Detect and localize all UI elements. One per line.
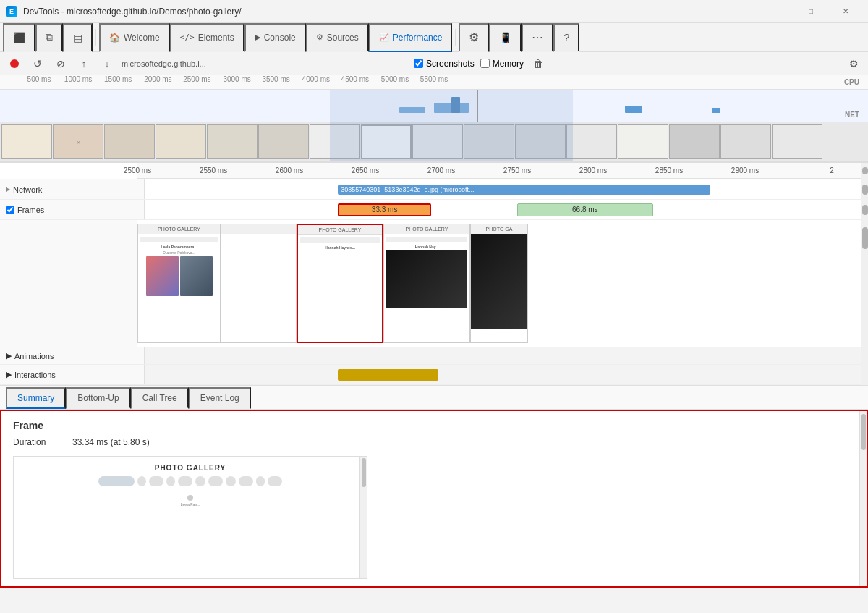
interactions-expand-arrow[interactable]: ▶ [6,370,12,379]
screen-thumb-blank[interactable] [221,224,297,343]
preview-content: PHOTO GALLERY [14,457,367,515]
tab-sources[interactable]: ⚙ Sources [306,23,369,52]
z-label-2750: 2750 ms [503,166,531,174]
strip-thumb-5[interactable] [207,124,258,159]
z-label-end: 2 [830,166,834,174]
network-track-content[interactable]: 30855740301_5133e3942d_o.jpg (microsoft.… [145,179,861,200]
timeline-scrollbar-interactions[interactable] [861,365,868,385]
tab-summary[interactable]: Summary [6,387,66,409]
frames-track-label[interactable]: Frames [0,200,145,219]
ruler-label-5500: 5500 ms [420,75,448,83]
strip-thumb-3[interactable] [104,124,155,159]
frames-checkbox[interactable] [6,206,14,214]
track-labels-col [0,163,137,179]
tab-call-tree[interactable]: Call Tree [131,387,189,409]
network-expand-arrow[interactable]: ▶ [6,186,10,193]
strip-thumb-12[interactable] [566,124,617,159]
bottom-panel-scrollbar[interactable] [859,411,867,586]
z-label-2650: 2650 ms [352,166,379,174]
duration-value: 33.34 ms (at 5.80 s) [72,437,150,447]
timeline-scrollbar-top[interactable] [861,163,868,179]
z-label-2850: 2850 ms [655,166,683,174]
preview-toolbar-item9 [268,476,282,486]
trash-button[interactable]: 🗑 [529,55,547,72]
timeline-scrollbar-anim[interactable] [861,347,868,365]
download-button[interactable]: ↓ [98,55,116,72]
overview-selection[interactable] [330,90,573,122]
strip-thumb-4[interactable] [156,124,206,159]
clear-button[interactable]: ⊘ [52,55,69,72]
main-timeline-container: 2500 ms 2550 ms 2600 ms 2650 ms 2700 ms … [0,163,868,179]
interactions-track-label[interactable]: ▶ Interactions [0,365,145,384]
tab-more-tools[interactable]: ⋯ [522,23,553,52]
interaction-bar-main[interactable] [338,369,438,381]
screenshots-track-content[interactable]: PHOTO GALLERY Leela Panoramacra... Duzem… [137,220,861,347]
ruler-label-4000: 4000 ms [302,75,330,83]
screen-thumb-5[interactable]: PHOTO GA [470,224,528,343]
tab-device-emulation[interactable]: 📱 [489,23,522,52]
upload-button[interactable]: ↑ [75,55,93,72]
frame-screenshot-preview[interactable]: PHOTO GALLERY [13,456,367,579]
tab-console[interactable]: ▶ Console [244,23,306,52]
strip-thumb-13[interactable] [618,124,668,159]
tab-bottom-up[interactable]: Bottom-Up [66,387,130,409]
scrollbar-thumb-frames [862,205,868,215]
zoomed-ruler-row: 2500 ms 2550 ms 2600 ms 2650 ms 2700 ms … [137,163,861,179]
tab-dock[interactable]: ⬛ [3,23,35,52]
frame-bar-selected[interactable]: 33.3 ms [338,203,431,216]
preview-scrollbar[interactable] [359,457,367,578]
close-button[interactable]: ✕ [829,0,862,23]
timeline-scrollbar-network[interactable] [861,179,868,200]
tab-performance[interactable]: 📈 Performance [369,23,453,52]
tab-settings-gear[interactable]: ⚙ [459,23,489,52]
screenshots-track-label [0,220,137,347]
strip-thumb-16[interactable] [772,124,822,159]
scrollbar-thumb-network [862,185,868,195]
bottom-panel-scrollbar-thumb [861,414,866,450]
network-bar-main[interactable]: 30855740301_5133e3942d_o.jpg (microsoft.… [338,185,710,195]
frames-track-content[interactable]: 33.3 ms 66.8 ms [145,200,861,220]
cpu-net-chart[interactable]: NET [0,90,868,122]
maximize-button[interactable]: □ [794,0,827,23]
memory-checkbox[interactable] [480,59,490,68]
preview-toolbar-item5 [208,476,223,486]
tab-event-log[interactable]: Event Log [189,387,251,409]
timeline-scrollbar-screenshots[interactable] [861,220,868,347]
timeline-scrollbar-frames[interactable] [861,200,868,220]
tab-undock[interactable]: ⧉ [35,23,63,52]
tab-help[interactable]: ? [553,23,579,52]
capture-settings-button[interactable]: ⚙ [845,55,862,72]
bottom-content-area: Frame Duration 33.34 ms (at 5.80 s) PHOT… [0,410,868,588]
screen-thumb-4[interactable]: PHOTO GALLERY Hannah Hay... [383,224,470,343]
screenshots-checkbox[interactable] [414,59,423,68]
screen-thumb-1[interactable]: PHOTO GALLERY Leela Panoramacra... Duzem… [137,224,221,343]
strip-thumb-15[interactable] [720,124,771,159]
window-title: DevTools - microsoftedge.github.io/Demos… [23,7,754,17]
bottom-panel: Summary Bottom-Up Call Tree Event Log Fr… [0,385,868,588]
preview-col-1: Leela Pan... [181,495,200,508]
cpu-bar-4 [625,106,642,113]
record-button[interactable] [6,55,23,72]
ruler-label-2000: 2000 ms [144,75,171,83]
tab-sidebar[interactable]: ▤ [63,23,93,52]
screen-thumb-3[interactable]: PHOTO GALLERY Hannah Haynes... [297,224,383,343]
strip-thumb-14[interactable] [669,124,720,159]
frame-bar-ok-text: 66.8 ms [572,206,598,214]
strip-thumb-1[interactable] [1,124,52,159]
interactions-track-content[interactable] [145,365,861,384]
minimize-button[interactable]: — [760,0,793,23]
strip-thumb-2[interactable]: ✕ [53,124,103,159]
animations-track-label[interactable]: ▶ Animations [0,347,145,364]
screenshots-detail-track: PHOTO GALLERY Leela Panoramacra... Duzem… [0,220,868,347]
strip-thumb-6[interactable] [258,124,309,159]
tab-welcome[interactable]: 🏠 Welcome [99,23,170,52]
memory-label[interactable]: Memory [493,59,524,69]
animations-track-content[interactable] [145,347,861,364]
title-bar: E DevTools - microsoftedge.github.io/Dem… [0,0,868,23]
frame-bar-ok[interactable]: 66.8 ms [517,203,653,216]
network-track-label[interactable]: ▶ Network [0,179,145,199]
screenshots-label[interactable]: Screenshots [426,59,475,69]
reload-record-button[interactable]: ↺ [29,55,46,72]
animations-expand-arrow[interactable]: ▶ [6,351,12,360]
tab-elements[interactable]: </> Elements [170,23,244,52]
